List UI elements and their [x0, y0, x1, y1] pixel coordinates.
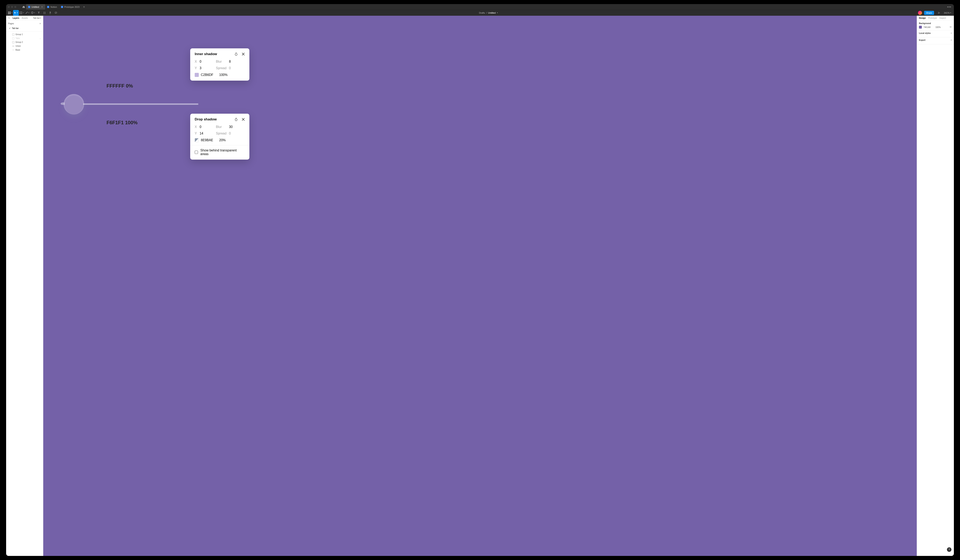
- group-icon: [12, 37, 14, 39]
- tabs-bar: Untitled ✕ Notion Prototype 2023 +: [21, 4, 86, 10]
- x-label: X: [195, 125, 200, 129]
- breadcrumb: Drafts / Untitled ▾: [59, 12, 294, 14]
- y-input[interactable]: 3: [200, 66, 216, 70]
- opacity-input[interactable]: 20%: [219, 138, 226, 142]
- svg-rect-3: [10, 13, 11, 14]
- close-icon[interactable]: [242, 118, 245, 121]
- file-icon: [28, 6, 30, 8]
- assets-tab[interactable]: Assets: [22, 17, 28, 19]
- canvas-fill-label-bottom: F6F1F1 100%: [107, 120, 138, 125]
- group-icon: [12, 41, 14, 43]
- layer-item[interactable]: Base: [6, 48, 43, 52]
- svg-rect-9: [12, 46, 14, 46]
- hand-tool[interactable]: [47, 10, 53, 16]
- svg-rect-1: [10, 12, 11, 13]
- tab-label: Untitled: [31, 6, 39, 8]
- color-swatch[interactable]: [195, 73, 199, 77]
- group-icon: [12, 34, 14, 35]
- drop-shadow-panel: Drop shadow X 0 Blur 30 Y 14 Spread: [190, 114, 250, 160]
- maximize-light[interactable]: [14, 6, 16, 8]
- y-label: Y: [195, 132, 200, 135]
- blur-input[interactable]: 30: [229, 125, 233, 129]
- close-icon[interactable]: [242, 53, 245, 56]
- y-input[interactable]: 14: [200, 132, 216, 135]
- svg-point-7: [45, 13, 45, 14]
- union-icon: [12, 45, 14, 47]
- x-input[interactable]: 0: [200, 60, 216, 64]
- svg-point-5: [45, 12, 45, 13]
- tab-label: Notion: [50, 6, 57, 8]
- layers-tab[interactable]: Layers: [13, 17, 19, 19]
- panel-title: Drop shadow: [195, 117, 217, 122]
- add-page-button[interactable]: +: [39, 22, 41, 25]
- x-input[interactable]: 0: [200, 125, 216, 129]
- check-icon: ✓: [9, 27, 11, 29]
- color-swatch[interactable]: [195, 138, 199, 142]
- app-window: Untitled ✕ Notion Prototype 2023 + •••: [6, 4, 294, 171]
- resources-tool[interactable]: [42, 10, 47, 16]
- svg-rect-2: [8, 13, 9, 14]
- layer-item[interactable]: Tabs ⌄: [6, 36, 43, 40]
- layer-item[interactable]: Union: [6, 44, 43, 48]
- blur-input[interactable]: 8: [229, 60, 231, 64]
- traffic-lights: [8, 6, 16, 8]
- layer-item[interactable]: Group 2: [6, 40, 43, 44]
- svg-point-8: [8, 18, 10, 19]
- main-menu-button[interactable]: [7, 10, 13, 16]
- line-icon: [12, 49, 14, 51]
- show-behind-checkbox[interactable]: [195, 150, 198, 154]
- spread-label: Spread: [216, 132, 229, 135]
- frame-tool[interactable]: [19, 10, 24, 16]
- toolbar: Drafts / Untitled ▾ Share 341% ▾: [6, 10, 294, 16]
- hidden-icon[interactable]: ⌄: [39, 37, 41, 39]
- file-icon: [61, 6, 63, 8]
- tab-prototype[interactable]: Prototype 2023: [59, 4, 82, 10]
- add-tab-button[interactable]: +: [82, 5, 86, 10]
- spread-input[interactable]: 0: [229, 132, 231, 135]
- canvas[interactable]: FFFFFF 0% F6F1F1 100% Inner shadow X: [43, 16, 294, 171]
- minimize-light[interactable]: [11, 6, 13, 8]
- close-light[interactable]: [8, 6, 10, 8]
- move-tool[interactable]: [13, 10, 19, 16]
- shape-tool[interactable]: [30, 10, 36, 16]
- blur-label: Blur: [216, 125, 229, 129]
- color-input[interactable]: 8E9BAE: [201, 138, 219, 142]
- x-label: X: [195, 60, 200, 64]
- panel-title: Inner shadow: [195, 52, 217, 56]
- text-tool[interactable]: [36, 10, 42, 16]
- file-icon: [47, 6, 49, 8]
- blend-icon[interactable]: [234, 118, 238, 121]
- svg-rect-0: [8, 12, 9, 13]
- tab-untitled[interactable]: Untitled ✕: [26, 4, 45, 10]
- checkbox-label: Show behind transparent areas: [200, 149, 245, 156]
- tab-notion[interactable]: Notion: [45, 4, 59, 10]
- spread-input[interactable]: 0: [229, 66, 231, 70]
- blend-icon[interactable]: [234, 52, 238, 56]
- canvas-shape[interactable]: [56, 91, 196, 112]
- layer-item[interactable]: Group 1: [6, 32, 43, 36]
- svg-point-6: [44, 13, 44, 14]
- inner-shadow-panel: Inner shadow X 0 Blur 8 Y 3 Spread 0: [190, 48, 250, 81]
- tab-label: Prototype 2023: [64, 6, 80, 8]
- page-item[interactable]: ✓ Tab bar: [6, 26, 43, 30]
- color-input[interactable]: C2B6DF: [201, 73, 219, 77]
- opacity-input[interactable]: 100%: [219, 73, 227, 77]
- canvas-fill-label-top: FFFFFF 0%: [107, 83, 133, 89]
- spread-label: Spread: [216, 66, 229, 70]
- search-icon[interactable]: [8, 17, 10, 19]
- pen-tool[interactable]: [24, 10, 30, 16]
- page-selector[interactable]: Tab bar ▾: [33, 17, 41, 19]
- svg-point-4: [44, 12, 44, 13]
- pages-header: Pages +: [6, 21, 43, 26]
- comment-tool[interactable]: [53, 10, 59, 16]
- left-panel: Layers Assets Tab bar ▾ Pages + ✓ Tab ba…: [6, 16, 43, 171]
- home-button[interactable]: [21, 5, 26, 10]
- blur-label: Blur: [216, 60, 229, 64]
- y-label: Y: [195, 66, 200, 70]
- tab-close-icon[interactable]: ✕: [41, 5, 43, 8]
- title-bar: Untitled ✕ Notion Prototype 2023 + •••: [6, 4, 294, 10]
